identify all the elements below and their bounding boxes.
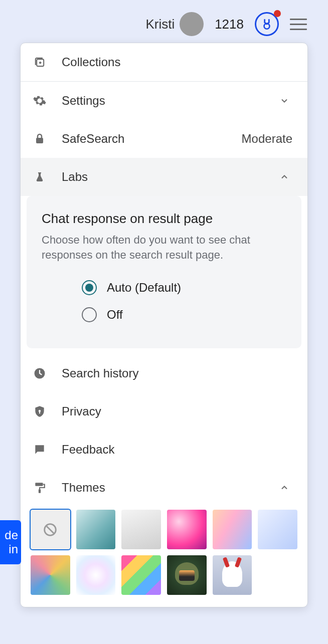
- flask-icon: [32, 169, 48, 185]
- menu-label: Search history: [62, 366, 292, 380]
- radio-option-off[interactable]: Off: [42, 301, 286, 328]
- username: Kristi: [145, 17, 175, 32]
- theme-tile[interactable]: [31, 555, 70, 595]
- notification-dot: [274, 10, 281, 17]
- paint-roller-icon: [32, 480, 48, 496]
- clock-icon: [32, 365, 48, 381]
- safesearch-value: Moderate: [242, 132, 292, 146]
- labs-panel: Chat response on result page Choose how …: [27, 196, 301, 348]
- radio-label: Auto (Default): [107, 281, 181, 295]
- theme-tile[interactable]: [121, 555, 161, 595]
- settings-panel: Collections Settings SafeSearch Moderate: [20, 43, 308, 607]
- svg-rect-6: [35, 483, 43, 487]
- theme-tile[interactable]: [121, 510, 161, 549]
- radio-icon: [82, 307, 97, 322]
- menu-item-safesearch[interactable]: SafeSearch Moderate: [21, 120, 307, 158]
- theme-tile[interactable]: [167, 555, 207, 595]
- collections-icon: [32, 54, 48, 70]
- menu-item-collections[interactable]: Collections: [21, 43, 307, 82]
- theme-tile-none[interactable]: [31, 510, 70, 549]
- user-block[interactable]: Kristi: [145, 12, 204, 36]
- theme-tile[interactable]: [76, 555, 116, 595]
- labs-title: Chat response on result page: [42, 211, 286, 227]
- floating-side-button[interactable]: de in: [0, 520, 21, 564]
- menu-item-labs[interactable]: Labs: [21, 158, 307, 196]
- chevron-up-icon: [276, 169, 292, 185]
- menu-item-search-history[interactable]: Search history: [21, 354, 307, 392]
- chevron-up-icon: [276, 480, 292, 496]
- floating-text: de in: [5, 528, 18, 556]
- shield-icon: [32, 403, 48, 419]
- menu-item-themes[interactable]: Themes: [21, 469, 307, 507]
- menu-item-settings[interactable]: Settings: [21, 82, 307, 120]
- theme-tile[interactable]: [213, 510, 252, 549]
- avatar[interactable]: [180, 12, 204, 36]
- menu-label: Themes: [62, 481, 276, 495]
- chat-icon: [32, 442, 48, 458]
- menu-label: SafeSearch: [62, 132, 242, 146]
- themes-grid: [21, 507, 307, 594]
- lock-icon: [32, 131, 48, 147]
- radio-icon: [82, 280, 97, 295]
- menu-item-privacy[interactable]: Privacy: [21, 392, 307, 431]
- menu-item-feedback[interactable]: Feedback: [21, 431, 307, 469]
- menu-label: Privacy: [62, 404, 292, 418]
- theme-tile[interactable]: [213, 555, 252, 595]
- menu-label: Labs: [62, 170, 276, 184]
- svg-rect-7: [39, 490, 41, 494]
- hamburger-menu-button[interactable]: [290, 19, 307, 30]
- theme-tile[interactable]: [167, 510, 207, 549]
- menu-label: Collections: [62, 55, 292, 69]
- gear-icon: [32, 93, 48, 109]
- svg-rect-5: [39, 411, 40, 413]
- radio-label: Off: [107, 308, 123, 322]
- theme-tile[interactable]: [258, 510, 297, 549]
- theme-tile[interactable]: [76, 510, 116, 549]
- labs-description: Choose how often do you want to see chat…: [42, 233, 286, 262]
- top-bar: Kristi 1218: [0, 0, 328, 36]
- chevron-down-icon: [276, 93, 292, 109]
- svg-rect-2: [36, 138, 43, 143]
- points-count[interactable]: 1218: [215, 17, 244, 32]
- radio-option-auto[interactable]: Auto (Default): [42, 274, 286, 301]
- menu-label: Feedback: [62, 443, 292, 457]
- menu-label: Settings: [62, 94, 276, 108]
- rewards-button[interactable]: [255, 12, 279, 36]
